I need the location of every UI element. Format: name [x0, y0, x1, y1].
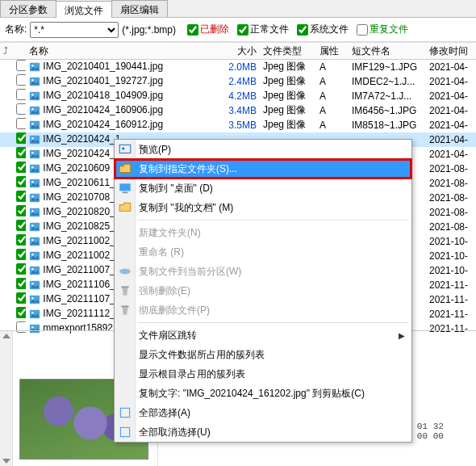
row-checkbox[interactable]: [16, 147, 26, 158]
filter-dup-checkbox[interactable]: [357, 24, 368, 36]
row-checkbox[interactable]: [16, 132, 26, 144]
tab-browse-files[interactable]: 浏览文件: [56, 1, 112, 18]
svg-point-7: [31, 108, 34, 111]
col-type[interactable]: 文件类型: [260, 44, 316, 58]
row-modified: 2021-10-: [426, 250, 476, 262]
row-checkbox[interactable]: [16, 307, 26, 318]
row-size: 3.4MB: [211, 105, 260, 116]
image-file-icon: [29, 309, 40, 320]
row-checkbox[interactable]: [16, 74, 26, 86]
up-dir-icon[interactable]: ⤴: [0, 45, 11, 57]
context-menu-item[interactable]: 文件扇区跳转: [115, 325, 411, 345]
filter-dup[interactable]: 重复文件: [357, 23, 408, 36]
image-file-icon: [29, 76, 40, 87]
shred-icon: [118, 303, 132, 317]
context-menu-item: 复制文件到当前分区(W): [115, 262, 411, 281]
row-type: Jpeg 图像: [260, 60, 316, 73]
svg-point-21: [31, 210, 34, 212]
filter-system[interactable]: 系统文件: [297, 23, 349, 36]
row-checkbox[interactable]: [16, 60, 26, 71]
row-checkbox[interactable]: [16, 191, 26, 202]
row-checkbox[interactable]: [16, 220, 26, 231]
context-menu-item[interactable]: 复制文字: "IMG_20210424_161202.jpg" 到剪贴板(C): [115, 384, 411, 403]
context-menu-item[interactable]: 显示文件数据所占用的簇列表: [115, 345, 411, 364]
svg-rect-45: [120, 408, 129, 417]
row-size: 2.4MB: [211, 76, 260, 87]
context-menu-item[interactable]: 预览(P): [115, 140, 411, 159]
table-row[interactable]: IMG_20210418_104909.jpg4.2MBJpeg 图像AIM7A…: [0, 89, 476, 103]
svg-rect-41: [123, 192, 128, 194]
row-filename: IMG_20210424_160912.jpg: [26, 119, 211, 131]
row-attr: A: [316, 120, 349, 131]
col-short[interactable]: 短文件名: [349, 44, 426, 58]
col-name[interactable]: 名称: [26, 44, 211, 58]
context-menu-label: 预览(P): [139, 143, 171, 157]
svg-rect-10: [30, 136, 40, 145]
context-menu-item[interactable]: 复制到指定文件夹(S)...: [115, 159, 411, 178]
row-shortname: IM6456~1.JPG: [349, 105, 426, 116]
tab-sector-edit[interactable]: 扇区编辑: [111, 0, 168, 17]
image-file-icon: [29, 250, 40, 262]
row-checkbox[interactable]: [16, 205, 26, 216]
context-menu-item[interactable]: 复制到 "我的文档" (M): [115, 198, 411, 217]
filter-normal-checkbox[interactable]: [237, 24, 248, 36]
table-row[interactable]: IMG_20210401_190441.jpg2.0MBJpeg 图像AIMF1…: [0, 60, 476, 74]
row-type: Jpeg 图像: [260, 74, 316, 88]
svg-point-31: [31, 283, 34, 285]
svg-rect-32: [30, 296, 40, 304]
image-file-icon: [29, 221, 40, 233]
row-size: 4.2MB: [211, 90, 260, 102]
tab-bar[interactable]: 分区参数 浏览文件 扇区编辑: [0, 0, 476, 18]
row-checkbox[interactable]: [16, 292, 26, 304]
context-menu[interactable]: 预览(P)复制到指定文件夹(S)...复制到 "桌面" (D)复制到 "我的文档…: [114, 139, 412, 443]
row-shortname: IMF129~1.JPG: [349, 61, 426, 73]
row-checkbox[interactable]: [16, 103, 26, 115]
row-type: Jpeg 图像: [260, 89, 316, 103]
preview-icon: [118, 142, 132, 157]
col-mod[interactable]: 修改时间: [426, 44, 476, 58]
row-checkbox[interactable]: [16, 234, 26, 246]
context-menu-label: 复制文件到当前分区(W): [139, 265, 241, 279]
vertical-scrollbar[interactable]: [0, 331, 13, 466]
context-menu-item[interactable]: 全部选择(A): [115, 403, 411, 422]
context-menu-item[interactable]: 全部取消选择(U): [115, 422, 411, 442]
docs-icon: [118, 200, 132, 215]
col-size[interactable]: 大小: [211, 44, 260, 58]
image-file-icon: [29, 279, 40, 291]
row-attr: A: [316, 90, 349, 102]
context-menu-label: 全部取消选择(U): [139, 426, 211, 439]
filter-system-checkbox[interactable]: [297, 24, 308, 36]
svg-rect-16: [30, 179, 40, 188]
name-filter-select[interactable]: *.*: [30, 22, 119, 38]
row-checkbox[interactable]: [16, 249, 26, 260]
filter-normal[interactable]: 正常文件: [237, 23, 289, 36]
svg-rect-24: [30, 237, 40, 246]
row-modified: 2021-04-: [426, 61, 476, 73]
row-checkbox[interactable]: [16, 263, 26, 275]
tab-partition-params[interactable]: 分区参数: [0, 0, 56, 17]
row-checkbox[interactable]: [16, 176, 26, 187]
row-checkbox[interactable]: [16, 118, 26, 129]
name-label: 名称:: [5, 23, 27, 36]
context-menu-item[interactable]: 复制到 "桌面" (D): [115, 178, 411, 198]
table-row[interactable]: IMG_20210401_192727.jpg2.4MBJpeg 图像AIMDE…: [0, 74, 476, 89]
svg-point-39: [122, 147, 124, 149]
col-attr[interactable]: 属性: [316, 44, 349, 58]
context-menu-label: 复制到 "我的文档" (M): [139, 201, 233, 215]
image-file-icon: [29, 236, 40, 247]
table-row[interactable]: IMG_20210424_160906.jpg3.4MBJpeg 图像AIM64…: [0, 103, 476, 118]
column-header[interactable]: ⤴ 名称 大小 文件类型 属性 短文件名 修改时间: [0, 42, 476, 60]
row-attr: A: [316, 105, 349, 116]
row-checkbox[interactable]: [16, 89, 26, 100]
row-checkbox[interactable]: [16, 278, 26, 289]
table-row[interactable]: IMG_20210424_160912.jpg3.5MBJpeg 图像AIM85…: [0, 118, 476, 132]
filter-deleted[interactable]: 已删除: [187, 23, 229, 36]
row-size: 2.0MB: [211, 61, 260, 73]
row-checkbox[interactable]: [16, 162, 26, 173]
row-modified: 2021-08-: [426, 163, 476, 174]
row-size: 3.5MB: [211, 120, 260, 131]
svg-rect-8: [30, 121, 40, 130]
context-menu-label: 强制删除(E): [139, 284, 190, 298]
filter-deleted-checkbox[interactable]: [187, 24, 198, 36]
context-menu-item[interactable]: 显示根目录占用的簇列表: [115, 364, 411, 384]
